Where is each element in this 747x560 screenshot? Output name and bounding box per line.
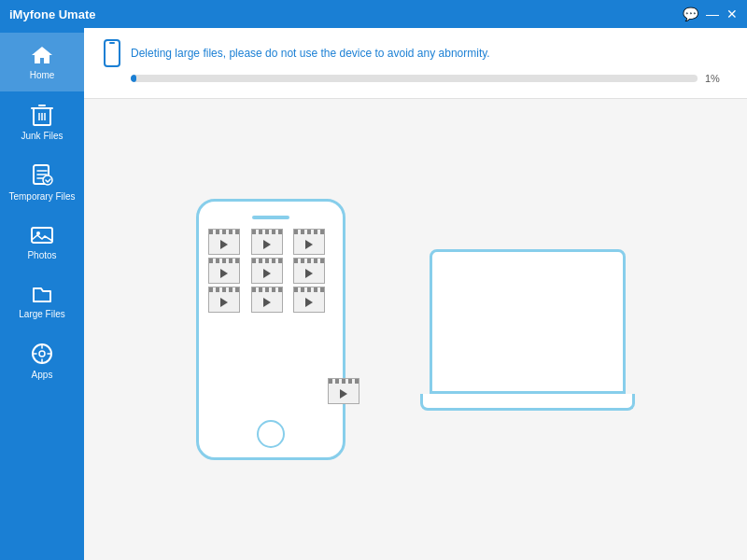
video-thumb-6 [293, 258, 325, 284]
progress-percent-label: 1% [705, 73, 728, 84]
close-icon[interactable]: ✕ [726, 7, 738, 21]
play-icon-6 [305, 269, 313, 278]
chat-icon[interactable]: 💬 [683, 7, 698, 21]
video-thumb-1 [208, 229, 240, 255]
phone-home-button [257, 420, 285, 448]
play-icon-8 [263, 298, 271, 307]
svg-point-5 [43, 175, 52, 185]
progress-area: Deleting large files, please do not use … [84, 28, 747, 99]
video-thumb-7 [208, 287, 240, 313]
sidebar-item-apps[interactable]: Apps [0, 330, 84, 391]
laptop-screen [430, 249, 626, 394]
video-grid [208, 229, 333, 313]
phone-illustration-wrapper [196, 199, 345, 460]
home-icon [30, 44, 54, 66]
play-icon-4 [220, 269, 228, 278]
video-thumb-4 [208, 258, 240, 284]
play-icon-3 [305, 240, 313, 249]
animation-area [84, 99, 747, 560]
progress-message: Deleting large files, please do not use … [131, 47, 490, 60]
sidebar: Home Junk Files [0, 28, 84, 560]
main-layout: Home Junk Files [0, 28, 747, 560]
sidebar-item-temporary-files[interactable]: Temporary Files [0, 152, 84, 213]
sidebar-item-junk-files[interactable]: Junk Files [0, 91, 84, 152]
svg-rect-11 [109, 42, 115, 44]
photos-icon [30, 224, 54, 246]
video-thumb-9 [293, 287, 325, 313]
video-thumb-5 [251, 258, 283, 284]
flying-video-thumb [328, 378, 359, 404]
sidebar-item-large-files[interactable]: Large Files [0, 272, 84, 330]
flying-thumb-icon [328, 378, 359, 404]
sidebar-junk-label: Junk Files [21, 131, 63, 141]
svg-point-9 [39, 351, 45, 357]
phone-screen [208, 229, 333, 429]
progress-bar-fill [131, 75, 136, 82]
sidebar-item-photos[interactable]: Photos [0, 213, 84, 272]
video-thumb-3 [293, 229, 325, 255]
apps-icon [30, 342, 54, 366]
content-area: Deleting large files, please do not use … [84, 28, 747, 560]
title-bar: iMyfone Umate 💬 — ✕ [0, 0, 747, 28]
play-icon-7 [220, 298, 228, 307]
junk-files-icon [31, 103, 53, 127]
play-icon-9 [305, 298, 313, 307]
temporary-files-icon [31, 163, 53, 188]
phone-speaker [252, 216, 289, 219]
sidebar-home-label: Home [30, 70, 55, 80]
sidebar-temp-label: Temporary Files [8, 191, 75, 202]
svg-rect-10 [105, 40, 120, 66]
sidebar-large-label: Large Files [19, 309, 64, 319]
progress-bar-container: 1% [131, 73, 728, 84]
large-files-icon [30, 283, 54, 305]
laptop-illustration [420, 249, 635, 411]
sidebar-photos-label: Photos [27, 250, 56, 260]
svg-rect-6 [32, 228, 52, 243]
flying-play-icon [340, 389, 347, 399]
phone-status-icon [103, 39, 121, 67]
window-controls: 💬 — ✕ [683, 7, 738, 21]
play-icon-1 [220, 240, 228, 249]
video-thumb-8 [251, 287, 283, 313]
progress-bar-track [131, 75, 698, 82]
video-thumb-2 [251, 229, 283, 255]
phone-illustration [196, 199, 345, 460]
app-title: iMyfone Umate [9, 7, 95, 21]
sidebar-item-home[interactable]: Home [0, 33, 84, 91]
play-icon-5 [263, 269, 271, 278]
laptop-base [420, 394, 635, 411]
progress-header: Deleting large files, please do not use … [103, 39, 728, 67]
play-icon-2 [263, 240, 271, 249]
minimize-icon[interactable]: — [706, 7, 719, 21]
sidebar-apps-label: Apps [32, 370, 53, 380]
